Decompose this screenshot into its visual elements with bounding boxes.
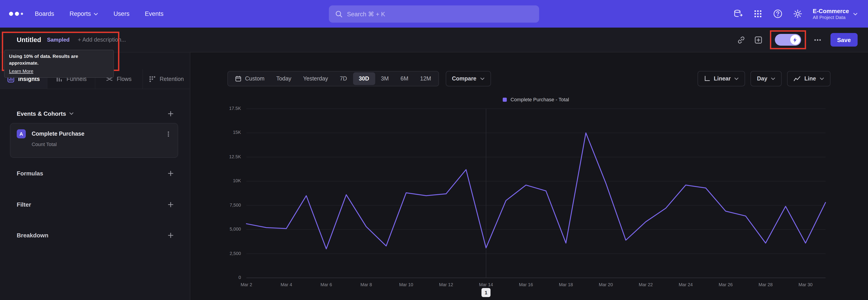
x-axis-tick: Mar 16 bbox=[519, 282, 533, 287]
chevron-down-icon bbox=[69, 112, 74, 115]
save-button[interactable]: Save bbox=[830, 33, 858, 47]
y-axis-tick: 7,500 bbox=[190, 202, 241, 208]
sampling-tooltip-message: Using 10% of data. Results are approxima… bbox=[9, 53, 109, 66]
help-icon[interactable] bbox=[773, 9, 782, 19]
report-title[interactable]: Untitled bbox=[17, 36, 41, 43]
series-line bbox=[246, 133, 826, 249]
data-management-icon[interactable] bbox=[733, 9, 743, 19]
project-name: E-Commerce bbox=[813, 7, 849, 14]
logo-dot bbox=[21, 13, 23, 15]
x-axis-tick: Mar 2 bbox=[241, 282, 252, 287]
project-subtitle: All Project Data bbox=[813, 14, 849, 20]
chevron-down-icon bbox=[94, 12, 98, 15]
learn-more-link[interactable]: Learn More bbox=[9, 68, 33, 74]
chevron-down-icon bbox=[853, 12, 858, 15]
top-navbar: Boards Reports Users Events Search ⌘ + K… bbox=[0, 0, 868, 28]
x-axis-tick: Mar 12 bbox=[439, 282, 453, 287]
add-breakdown-button[interactable] bbox=[168, 232, 174, 238]
filter-label: Filter bbox=[17, 201, 31, 208]
event-metric[interactable]: Count Total bbox=[32, 142, 171, 147]
line-chart[interactable] bbox=[246, 109, 826, 278]
chart-pagination[interactable]: 1 bbox=[482, 288, 491, 297]
x-axis-tick: Mar 14 bbox=[479, 282, 493, 287]
content: Insights Funnels Flows Retention Events bbox=[0, 53, 868, 300]
events-cohorts-text: Events & Cohorts bbox=[17, 110, 66, 117]
report-title-group: Untitled Sampled + Add description... bbox=[0, 36, 126, 43]
navbar-right: E-Commerce All Project Data bbox=[733, 7, 868, 20]
report-header-bar: Untitled Sampled + Add description... Sa… bbox=[0, 28, 868, 53]
chart-region: Complete Purchase - Total 1 02,5005,0007… bbox=[190, 53, 868, 300]
sampling-toggle-wrap bbox=[775, 34, 801, 46]
chart-legend: Complete Purchase - Total bbox=[246, 97, 826, 102]
breakdown-row: Breakdown bbox=[17, 230, 174, 240]
event-options-icon[interactable] bbox=[165, 131, 171, 137]
nav-reports-label: Reports bbox=[70, 10, 91, 17]
nav-users[interactable]: Users bbox=[114, 10, 129, 17]
nav-boards[interactable]: Boards bbox=[35, 10, 54, 17]
y-axis-tick: 5,000 bbox=[190, 227, 241, 232]
mixpanel-app: Boards Reports Users Events Search ⌘ + K… bbox=[0, 0, 868, 300]
add-description-field[interactable]: + Add description... bbox=[78, 37, 126, 43]
apps-grid-icon[interactable] bbox=[753, 9, 763, 19]
primary-nav: Boards Reports Users Events bbox=[35, 10, 163, 17]
event-name[interactable]: Complete Purchase bbox=[32, 131, 160, 137]
legend-label: Complete Purchase - Total bbox=[510, 97, 569, 102]
add-filter-button[interactable] bbox=[168, 202, 174, 207]
filter-row: Filter bbox=[17, 200, 174, 209]
sampling-toggle-knob bbox=[790, 35, 800, 45]
x-axis-tick: Mar 18 bbox=[559, 282, 573, 287]
event-card[interactable]: A Complete Purchase Count Total bbox=[10, 123, 178, 158]
formulas-label: Formulas bbox=[17, 170, 43, 177]
x-axis-tick: Mar 26 bbox=[719, 282, 733, 287]
sampling-tooltip: Using 10% of data. Results are approxima… bbox=[4, 50, 114, 78]
search-placeholder: Search ⌘ + K bbox=[347, 10, 385, 18]
formulas-row: Formulas bbox=[17, 168, 174, 178]
more-options-icon[interactable] bbox=[813, 35, 822, 44]
y-axis-tick: 15K bbox=[190, 130, 241, 136]
retention-icon bbox=[149, 75, 156, 83]
x-axis-tick: Mar 8 bbox=[361, 282, 372, 287]
legend-swatch bbox=[503, 97, 507, 101]
tab-label: Retention bbox=[160, 76, 184, 82]
event-card-row: A Complete Purchase bbox=[17, 129, 171, 138]
sampled-badge[interactable]: Sampled bbox=[47, 37, 70, 43]
x-axis-tick: Mar 22 bbox=[639, 282, 653, 287]
x-axis-tick: Mar 30 bbox=[799, 282, 813, 287]
search-icon bbox=[335, 10, 342, 18]
x-axis-tick: Mar 28 bbox=[758, 282, 773, 287]
x-axis-tick: Mar 24 bbox=[679, 282, 692, 287]
events-cohorts-header: Events & Cohorts bbox=[17, 109, 174, 118]
mixpanel-logo-icon[interactable] bbox=[9, 12, 23, 16]
settings-gear-icon[interactable] bbox=[793, 9, 802, 19]
global-search-input[interactable]: Search ⌘ + K bbox=[329, 5, 539, 22]
x-axis-tick: Mar 4 bbox=[281, 282, 292, 287]
y-axis-tick: 12.5K bbox=[190, 154, 241, 160]
y-axis-tick: 0 bbox=[190, 275, 241, 280]
breakdown-label: Breakdown bbox=[17, 232, 49, 239]
nav-reports[interactable]: Reports bbox=[70, 10, 98, 17]
query-builder-sidebar: Insights Funnels Flows Retention Events bbox=[0, 53, 190, 300]
logo-dot bbox=[15, 12, 19, 16]
report-actions: Save bbox=[737, 33, 868, 47]
add-event-button[interactable] bbox=[168, 111, 174, 116]
y-axis-tick: 10K bbox=[190, 178, 241, 184]
copy-link-icon[interactable] bbox=[737, 35, 745, 44]
events-cohorts-label[interactable]: Events & Cohorts bbox=[17, 110, 74, 117]
y-axis-tick: 2,500 bbox=[190, 251, 241, 256]
lightning-bolt-icon bbox=[793, 37, 798, 43]
tab-retention[interactable]: Retention bbox=[143, 69, 190, 89]
sampling-toggle[interactable] bbox=[775, 34, 801, 46]
add-formula-button[interactable] bbox=[168, 170, 174, 176]
tab-label: Flows bbox=[117, 76, 131, 82]
x-axis-tick: Mar 6 bbox=[320, 282, 332, 287]
logo-dot bbox=[9, 12, 13, 16]
x-axis-tick: Mar 10 bbox=[399, 282, 413, 287]
add-to-board-icon[interactable] bbox=[754, 35, 763, 44]
report-main: Custom Today Yesterday 7D 30D 3M 6M 12M … bbox=[190, 53, 868, 300]
nav-events[interactable]: Events bbox=[145, 10, 164, 17]
event-badge: A bbox=[17, 129, 26, 138]
project-selector[interactable]: E-Commerce All Project Data bbox=[813, 7, 858, 20]
y-axis-tick: 17.5K bbox=[190, 106, 241, 111]
x-axis-tick: Mar 20 bbox=[599, 282, 613, 287]
